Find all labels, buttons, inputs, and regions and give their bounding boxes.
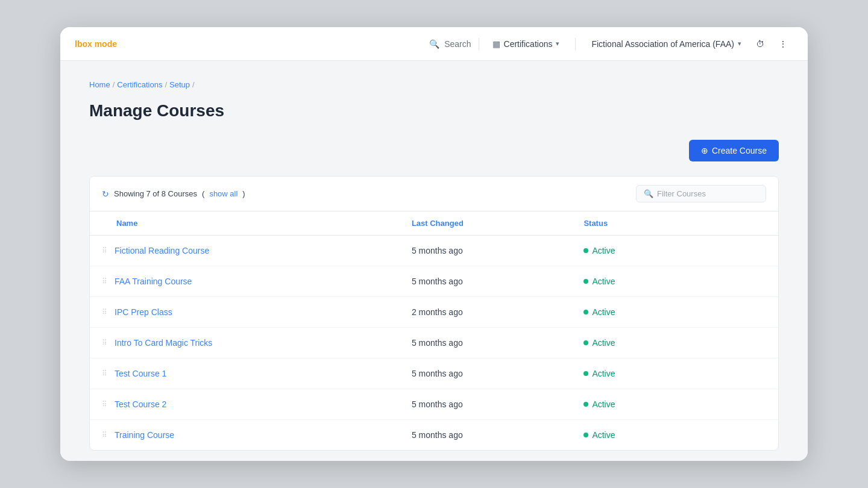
- drag-handle-0[interactable]: ⠿: [102, 246, 110, 255]
- cell-actions-1: ⧉ ✎ 🗑: [709, 266, 778, 297]
- edit-icon-5[interactable]: ✎: [737, 398, 747, 411]
- delete-icon-6[interactable]: 🗑: [753, 430, 763, 441]
- copy-icon-6[interactable]: ⧉: [722, 428, 731, 442]
- cell-name-4: ⠿ Test Course 1: [90, 358, 400, 389]
- status-dot-0: [583, 248, 588, 253]
- status-dot-1: [583, 279, 588, 284]
- status-dot-3: [583, 340, 588, 345]
- cell-last-changed-3: 5 months ago: [400, 328, 572, 358]
- breadcrumb-certifications[interactable]: Certifications: [117, 80, 162, 89]
- cell-status-2: Active: [571, 297, 709, 328]
- navbar-right: ▦ Certifications ▾ Fictional Association…: [486, 36, 793, 52]
- certifications-nav-item[interactable]: ▦ Certifications ▾: [486, 36, 566, 52]
- brand-label: lbox mode: [75, 39, 117, 49]
- drag-handle-5[interactable]: ⠿: [102, 400, 110, 408]
- edit-icon-0[interactable]: ✎: [737, 244, 747, 257]
- course-name-link-3[interactable]: Intro To Card Magic Tricks: [115, 338, 212, 348]
- cell-name-6: ⠿ Training Course: [90, 420, 400, 451]
- status-badge-5: Active: [583, 399, 697, 409]
- browser-window: lbox mode 🔍 Search ▦ Certifications ▾ Fi…: [60, 27, 808, 461]
- copy-icon-5[interactable]: ⧉: [722, 398, 731, 411]
- page-title: Manage Courses: [89, 101, 779, 120]
- cell-status-0: Active: [571, 236, 709, 266]
- breadcrumb-home[interactable]: Home: [89, 80, 110, 89]
- drag-handle-3[interactable]: ⠿: [102, 339, 110, 347]
- search-label: Search: [444, 39, 471, 49]
- main-content: Home / Certifications / Setup / Manage C…: [60, 61, 808, 461]
- filter-courses-input[interactable]: [657, 189, 758, 198]
- cell-actions-5: ⧉ ✎ 🗑: [709, 389, 778, 420]
- col-header-name: Name: [90, 211, 400, 236]
- search-button[interactable]: 🔍 Search: [429, 39, 471, 49]
- status-dot-4: [583, 371, 588, 376]
- copy-icon-4[interactable]: ⧉: [722, 367, 731, 380]
- cell-name-3: ⠿ Intro To Card Magic Tricks: [90, 328, 400, 358]
- refresh-icon[interactable]: ↻: [102, 189, 109, 199]
- clock-button[interactable]: ⏱: [750, 36, 770, 52]
- edit-icon-6[interactable]: ✎: [737, 428, 747, 442]
- clock-icon: ⏱: [756, 39, 764, 49]
- courses-table-container: ↻ Showing 7 of 8 Courses (show all) 🔍 Na…: [89, 176, 779, 451]
- show-all-paren-close: ): [242, 189, 245, 198]
- table-row: ⠿ IPC Prep Class 2 months ago Active ⧉ ✎…: [90, 297, 778, 328]
- certifications-label: Certifications: [504, 39, 553, 49]
- status-label-5: Active: [592, 399, 615, 409]
- cell-last-changed-5: 5 months ago: [400, 389, 572, 420]
- delete-icon-4[interactable]: 🗑: [753, 368, 763, 380]
- copy-icon-0[interactable]: ⧉: [722, 244, 731, 257]
- cell-last-changed-1: 5 months ago: [400, 266, 572, 297]
- table-header-row: Name Last Changed Status: [90, 211, 778, 236]
- filter-input-wrap[interactable]: 🔍: [636, 185, 766, 202]
- delete-icon-2[interactable]: 🗑: [753, 307, 763, 318]
- cell-actions-6: ⧉ ✎ 🗑: [709, 420, 778, 451]
- table-row: ⠿ Training Course 5 months ago Active ⧉ …: [90, 420, 778, 451]
- course-name-link-1[interactable]: FAA Training Course: [115, 277, 192, 286]
- cell-actions-0: ⧉ ✎ 🗑: [709, 236, 778, 266]
- edit-icon-4[interactable]: ✎: [737, 367, 747, 380]
- cell-status-4: Active: [571, 358, 709, 389]
- showing-count: Showing 7 of 8 Courses: [114, 189, 197, 198]
- more-menu-button[interactable]: ⋮: [773, 36, 793, 52]
- edit-icon-1[interactable]: ✎: [737, 275, 747, 288]
- cell-name-2: ⠿ IPC Prep Class: [90, 297, 400, 328]
- copy-icon-3[interactable]: ⧉: [722, 336, 731, 349]
- edit-icon-2[interactable]: ✎: [737, 305, 747, 319]
- delete-icon-0[interactable]: 🗑: [753, 245, 763, 257]
- action-bar: ⊕ Create Course: [89, 140, 779, 161]
- edit-icon-3[interactable]: ✎: [737, 336, 747, 349]
- show-all-link[interactable]: show all: [209, 189, 237, 198]
- status-dot-6: [583, 433, 588, 437]
- drag-handle-6[interactable]: ⠿: [102, 431, 110, 439]
- copy-icon-1[interactable]: ⧉: [722, 275, 731, 288]
- create-course-button[interactable]: ⊕ Create Course: [689, 140, 779, 161]
- nav-divider-2: [575, 38, 576, 50]
- cell-last-changed-6: 5 months ago: [400, 420, 572, 451]
- status-label-4: Active: [592, 369, 615, 378]
- delete-icon-1[interactable]: 🗑: [753, 276, 763, 287]
- status-label-2: Active: [592, 307, 615, 317]
- delete-icon-3[interactable]: 🗑: [753, 337, 763, 349]
- cell-status-6: Active: [571, 420, 709, 451]
- course-name-link-5[interactable]: Test Course 2: [115, 399, 166, 409]
- certifications-icon: ▦: [492, 39, 500, 49]
- delete-icon-5[interactable]: 🗑: [753, 399, 763, 410]
- cell-name-1: ⠿ FAA Training Course: [90, 266, 400, 297]
- course-name-link-0[interactable]: Fictional Reading Course: [115, 246, 209, 255]
- search-icon: 🔍: [429, 39, 439, 49]
- table-row: ⠿ Test Course 1 5 months ago Active ⧉ ✎ …: [90, 358, 778, 389]
- org-selector[interactable]: Fictional Association of America (FAA) ▾: [585, 36, 747, 52]
- drag-handle-2[interactable]: ⠿: [102, 308, 110, 316]
- status-badge-4: Active: [583, 369, 697, 378]
- course-name-link-4[interactable]: Test Course 1: [115, 369, 166, 378]
- status-dot-5: [583, 402, 588, 407]
- status-label-3: Active: [592, 338, 615, 348]
- table-body: ⠿ Fictional Reading Course 5 months ago …: [90, 236, 778, 451]
- breadcrumb-setup[interactable]: Setup: [169, 80, 190, 89]
- course-name-link-6[interactable]: Training Course: [115, 430, 174, 440]
- status-badge-1: Active: [583, 277, 697, 286]
- cell-status-3: Active: [571, 328, 709, 358]
- drag-handle-1[interactable]: ⠿: [102, 277, 110, 286]
- copy-icon-2[interactable]: ⧉: [722, 305, 731, 319]
- course-name-link-2[interactable]: IPC Prep Class: [115, 307, 172, 317]
- drag-handle-4[interactable]: ⠿: [102, 369, 110, 378]
